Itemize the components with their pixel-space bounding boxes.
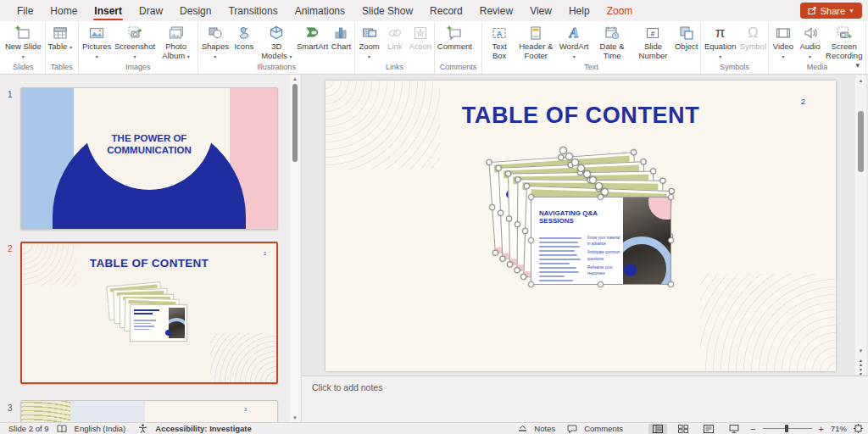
menu-tab-draw[interactable]: Draw — [131, 0, 171, 21]
ribbon-group-label: Media — [770, 61, 865, 74]
accessibility-status[interactable]: Accessibility: Investigate — [155, 424, 252, 433]
card-title: NAVIGATING Q&A SESSIONS — [539, 209, 620, 225]
chevron-down-icon: ▾ — [214, 54, 216, 59]
ribbon-group-symbols: π Equation ▾ Ω Symbol Symbols — [701, 22, 769, 74]
decor-blue-band — [70, 401, 145, 422]
table-icon — [52, 24, 69, 42]
photo-album-button[interactable]: Photo Album ▾ — [155, 22, 197, 61]
slide-1-thumbnail[interactable]: THE POWER OF COMMUNICATION — [20, 87, 278, 230]
wordart-icon: A — [565, 24, 582, 42]
menu-tab-slide-show[interactable]: Slide Show — [353, 0, 421, 21]
icons-button[interactable]: Icons — [231, 22, 257, 52]
date-time-button[interactable]: Date & Time — [592, 22, 632, 60]
symbol-icon: Ω — [748, 24, 759, 42]
notes-pane[interactable]: Click to add notes — [301, 376, 868, 422]
menu-tab-design[interactable]: Design — [171, 0, 220, 21]
decor-blue-dot — [624, 264, 637, 276]
menu-tab-record[interactable]: Record — [421, 0, 471, 21]
zoom-level[interactable]: 71% — [831, 424, 847, 433]
selected-object-group[interactable]: NAVIGATING Q&A SESSIONS Know your materi… — [487, 147, 682, 295]
ribbon: New Slide ▾ Slides Table ▾ Tables Pictur… — [0, 21, 868, 75]
ribbon-group-label: Tables — [47, 61, 77, 74]
spellcheck-book-icon[interactable] — [57, 425, 67, 433]
shapes-button[interactable]: Shapes ▾ — [199, 22, 231, 61]
menu-tab-home[interactable]: Home — [42, 0, 86, 21]
scroll-up-icon[interactable]: ▲ — [859, 78, 864, 83]
menu-tab-view[interactable]: View — [521, 0, 560, 21]
decor-olive-arcs — [21, 401, 70, 422]
menu-tab-review[interactable]: Review — [471, 0, 521, 21]
ribbon-group-label: Illustrations — [199, 61, 354, 74]
icons-icon — [236, 24, 253, 42]
video-button[interactable]: Video ▾ — [770, 22, 797, 61]
zoom-in-button[interactable]: + — [819, 425, 824, 433]
ribbon-group-tables: Table ▾ Tables — [46, 22, 79, 74]
menu-tab-help[interactable]: Help — [560, 0, 598, 21]
menu-tab-transitions[interactable]: Transitions — [220, 0, 286, 21]
equation-button[interactable]: π Equation ▾ — [702, 22, 739, 61]
front-card[interactable]: NAVIGATING Q&A SESSIONS Know your materi… — [531, 197, 671, 285]
header-footer-button[interactable]: Header & Footer — [515, 22, 556, 60]
chevron-down-icon: ▾ — [187, 54, 190, 59]
scroll-down-icon[interactable]: ▼ — [859, 348, 864, 353]
reading-view-button[interactable] — [699, 424, 718, 434]
slide-number-button[interactable]: # Slide Number — [632, 22, 673, 60]
slide-2-thumbnail[interactable]: TABLE OF CONTENT 2 — [20, 242, 278, 384]
scrollbar-thumb[interactable] — [858, 111, 864, 172]
ribbon-group-text: A Text Box Header & Footer A WordArt ▾ D… — [482, 22, 700, 74]
slide-title-textbox[interactable]: TABLE OF CONTENT — [326, 103, 836, 129]
previous-slide-button[interactable]: ▲▲ — [857, 359, 865, 366]
chevron-down-icon: ▼ — [849, 8, 854, 14]
ribbon-group-label: Links — [356, 61, 432, 74]
menu-tab-file[interactable]: File — [8, 0, 42, 21]
zoom-slider[interactable] — [763, 425, 812, 433]
normal-view-button[interactable] — [648, 424, 667, 434]
slide-number-icon: # — [644, 24, 661, 42]
menu-tab-insert[interactable]: Insert — [86, 0, 131, 21]
scroll-down-icon[interactable]: ▼ — [292, 415, 298, 420]
screenshot-button[interactable]: Screenshot ▾ — [114, 22, 156, 61]
rotation-handles[interactable] — [559, 147, 619, 206]
slide-1-title: THE POWER OF COMMUNICATION — [86, 132, 213, 157]
wordart-button[interactable]: A WordArt ▾ — [557, 22, 592, 61]
language-status[interactable]: English (India) — [75, 424, 126, 433]
slide-2-page-number: 2 — [264, 251, 266, 256]
fit-to-window-icon[interactable] — [854, 424, 863, 433]
action-button: Action — [408, 22, 433, 52]
collapse-ribbon-button[interactable]: ▾ — [855, 61, 860, 70]
card-text-skeleton — [539, 235, 581, 284]
notes-toggle[interactable]: Notes — [534, 424, 555, 433]
new-slide-button[interactable]: New Slide ▾ — [3, 22, 44, 61]
3d-models-button[interactable]: 3D Models ▾ — [257, 22, 297, 61]
3d-models-icon — [268, 24, 285, 42]
zoom-out-button[interactable]: − — [750, 425, 755, 433]
slide-panel-scrollbar[interactable]: ▲ ▼ — [290, 75, 300, 422]
slide-sorter-view-button[interactable] — [674, 424, 693, 434]
scroll-up-icon[interactable]: ▲ — [292, 76, 298, 81]
current-slide[interactable]: TABLE OF CONTENT 2 NAVIGATING Q&A SESSIO… — [326, 81, 836, 371]
share-icon — [808, 6, 817, 15]
share-button[interactable]: Share ▼ — [800, 3, 862, 19]
audio-button[interactable]: Audio ▾ — [797, 22, 824, 61]
scrollbar-thumb[interactable] — [292, 84, 298, 162]
text-box-button[interactable]: A Text Box — [483, 22, 515, 60]
menu-tab-zoom[interactable]: Zoom — [598, 0, 642, 21]
smartart-button[interactable]: SmartArt — [297, 22, 329, 52]
slide-2-title: TABLE OF CONTENT — [22, 257, 276, 270]
mini-person-photo — [169, 308, 185, 338]
canvas-scrollbar[interactable]: ▲ ▼ ▲▲ ▼▼ — [855, 75, 866, 375]
zoom-button[interactable]: Zoom ▾ — [356, 22, 381, 61]
comment-button[interactable]: Comment — [436, 22, 474, 52]
notes-placeholder[interactable]: Click to add notes — [312, 382, 382, 392]
table-button[interactable]: Table ▾ — [47, 22, 74, 53]
chart-button[interactable]: Chart — [328, 22, 353, 52]
screen-recording-button[interactable]: Screen Recording — [824, 22, 865, 60]
object-button[interactable]: Object — [674, 22, 699, 52]
comments-toggle[interactable]: Comments — [584, 424, 623, 433]
menu-tab-animations[interactable]: Animations — [287, 0, 353, 21]
slide-show-button[interactable] — [725, 424, 743, 434]
slide-3-thumbnail[interactable]: 3 — [20, 400, 278, 422]
next-slide-button[interactable]: ▼▼ — [857, 368, 865, 376]
pictures-button[interactable]: Pictures ▾ — [80, 22, 114, 61]
zoom-slider-thumb[interactable] — [785, 425, 788, 432]
